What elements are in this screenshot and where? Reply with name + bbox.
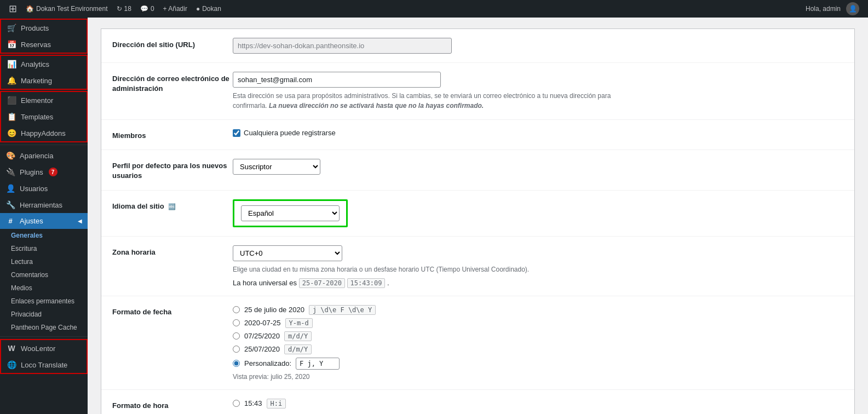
admin-email-bold-italic: La nueva dirección no se activará hasta … (269, 102, 484, 110)
row-perfil: Perfil por defecto para los nuevos usuar… (101, 150, 854, 190)
sidebar-item-marketing[interactable]: 🔔 Marketing (1, 72, 87, 89)
control-miembros: Cualquiera puede registrarse (233, 129, 843, 137)
ajustes-submenu: Generales Escritura Lectura Comentarios … (0, 229, 88, 334)
label-perfil: Perfil por defecto para los nuevos usuar… (112, 159, 233, 181)
radio-date-2[interactable] (233, 332, 240, 340)
submenu-pantheon[interactable]: Pantheon Page Cache (0, 321, 88, 334)
sidebar-item-products[interactable]: 🛒 Products (1, 20, 87, 36)
miembros-checkbox[interactable] (233, 129, 240, 137)
submenu-generales[interactable]: Generales (0, 229, 88, 242)
adminbar-site-name[interactable]: 🏠 Dokan Test Environment (21, 0, 112, 18)
radio-date-custom[interactable] (233, 360, 240, 367)
sidebar-item-woolentor[interactable]: W WooLentor (1, 340, 87, 357)
select-idioma[interactable]: Español English (United States) Français… (241, 205, 340, 221)
sidebar-item-reservas[interactable]: 📅 Reservas (1, 36, 87, 53)
submenu-enlaces[interactable]: Enlaces permanentes (0, 295, 88, 308)
control-admin-email: Esta dirección se usa para propósitos ad… (233, 72, 843, 111)
control-site-url (233, 38, 843, 54)
row-admin-email: Dirección de correo electrónico de admin… (101, 63, 854, 120)
input-admin-email[interactable] (233, 72, 441, 88)
plugins-icon: 🔌 (5, 168, 15, 176)
sidebar-item-happyaddons[interactable]: 😊 HappyAddons (1, 125, 87, 141)
sidebar: 🛒 Products 📅 Reservas 📊 Analytics 🔔 Mark… (0, 18, 88, 414)
sidebar-item-ajustes[interactable]: # Ajustes ◀ (0, 213, 88, 229)
code-date-2: m/d/Y (284, 331, 312, 341)
date-format-row-3: 25/07/2020 d/m/Y (233, 344, 843, 354)
input-site-url (233, 38, 452, 54)
radio-date-1[interactable] (233, 319, 240, 326)
radio-time-0[interactable] (233, 400, 240, 407)
label-site-url: Dirección del sitio (URL) (112, 38, 233, 50)
date-format-row-custom: Personalizado: (233, 358, 843, 370)
sidebar-group-top: 🛒 Products 📅 Reservas (0, 19, 88, 54)
sidebar-item-plugins[interactable]: 🔌 Plugins 7 (0, 164, 88, 180)
control-formato-hora: 15:43 H:i (233, 399, 843, 409)
submenu-escritura[interactable]: Escritura (0, 242, 88, 255)
analytics-icon: 📊 (7, 60, 16, 68)
date-format-row-2: 07/25/2020 m/d/Y (233, 331, 843, 341)
sidebar-group-elementor: ⬛ Elementor 📋 Templates 😊 HappyAddons (0, 91, 88, 142)
reservas-icon: 📅 (7, 40, 16, 49)
control-zona-horaria: UTC+0 UTC-5 UTC+1 UTC+2 America/New_York… (233, 245, 843, 287)
row-site-url: Dirección del sitio (URL) (101, 29, 854, 63)
radio-date-3[interactable] (233, 346, 240, 353)
row-formato-fecha: Formato de fecha 25 de julio de 2020 j \… (101, 296, 854, 390)
ajustes-icon: # (5, 217, 15, 225)
time-format-options: 15:43 H:i (233, 399, 843, 409)
row-idioma: Idioma del sitio 🔤 Español English (Unit… (101, 191, 854, 237)
code-date-0: j \d\e F \d\e Y (309, 305, 376, 315)
zona-horaria-description: Elige una ciudad en tu misma zona horari… (233, 264, 616, 274)
code-date-3: d/m/Y (284, 344, 312, 354)
submenu-lectura[interactable]: Lectura (0, 255, 88, 268)
adminbar-comments[interactable]: 💬 0 (136, 0, 159, 18)
sidebar-item-templates[interactable]: 📋 Templates (1, 108, 87, 125)
adminbar-dokan[interactable]: ● Dokan (192, 0, 226, 18)
usuarios-icon: 👤 (5, 184, 15, 193)
herramientas-icon: 🔧 (5, 200, 15, 209)
adminbar-greeting[interactable]: Hola, admin 👤 (801, 0, 864, 18)
sidebar-item-usuarios[interactable]: 👤 Usuarios (0, 180, 88, 197)
sidebar-item-analytics[interactable]: 📊 Analytics (1, 56, 87, 72)
code-date-1: Y-m-d (285, 318, 313, 328)
time-format-row-0: 15:43 H:i (233, 399, 843, 409)
idioma-translate-icon: 🔤 (168, 203, 176, 210)
templates-icon: 📋 (7, 112, 16, 121)
sidebar-item-elementor[interactable]: ⬛ Elementor (1, 92, 87, 108)
ajustes-arrow-icon: ◀ (78, 218, 82, 224)
sidebar-divider-2 (0, 336, 88, 337)
submenu-privacidad[interactable]: Privacidad (0, 308, 88, 321)
label-admin-email: Dirección de correo electrónico de admin… (112, 72, 233, 94)
row-zona-horaria: Zona horaria UTC+0 UTC-5 UTC+1 UTC+2 Ame… (101, 237, 854, 296)
site-icon: 🏠 (26, 5, 34, 13)
control-idioma: Español English (United States) Français… (233, 199, 843, 227)
submenu-comentarios[interactable]: Comentarios (0, 268, 88, 281)
sidebar-group-analytics: 📊 Analytics 🔔 Marketing (0, 55, 88, 90)
sidebar-item-apariencia[interactable]: 🎨 Apariencia (0, 147, 88, 164)
dokan-icon: ● (196, 5, 200, 13)
submenu-medios[interactable]: Medios (0, 281, 88, 295)
admin-email-description: Esta dirección se usa para propósitos ad… (233, 91, 616, 111)
select-perfil[interactable]: Suscriptor Colaborador Autor Editor Admi… (233, 159, 320, 175)
label-miembros: Miembros (112, 129, 233, 141)
row-miembros: Miembros Cualquiera puede registrarse (101, 120, 854, 150)
marketing-icon: 🔔 (7, 76, 16, 85)
row-formato-hora: Formato de hora 15:43 H:i (101, 390, 854, 414)
input-custom-date-format[interactable] (296, 358, 340, 370)
sidebar-item-herramientas[interactable]: 🔧 Herramientas (0, 197, 88, 213)
language-wrapper: Español English (United States) Français… (233, 199, 348, 227)
adminbar-wp-logo[interactable]: ⊞ (4, 0, 21, 18)
radio-date-0[interactable] (233, 306, 240, 313)
label-zona-horaria: Zona horaria (112, 245, 233, 257)
miembros-checkbox-label[interactable]: Cualquiera puede registrarse (233, 129, 843, 137)
plugins-badge: 7 (49, 168, 58, 176)
main-content: Dirección del sitio (URL) Dirección de c… (88, 18, 868, 414)
control-perfil: Suscriptor Colaborador Autor Editor Admi… (233, 159, 843, 175)
current-date: 25-07-2020 (299, 278, 345, 288)
adminbar-add-new[interactable]: + Añadir (159, 0, 192, 18)
date-format-preview: Vista previa: julio 25, 2020 (233, 373, 843, 381)
updates-icon: ↻ (117, 5, 122, 13)
adminbar-updates[interactable]: ↻ 18 (112, 0, 136, 18)
sidebar-item-loco[interactable]: 🌐 Loco Translate (1, 357, 87, 373)
select-zona-horaria[interactable]: UTC+0 UTC-5 UTC+1 UTC+2 America/New_York (233, 245, 342, 261)
sidebar-group-bottom: W WooLentor 🌐 Loco Translate (0, 339, 88, 374)
